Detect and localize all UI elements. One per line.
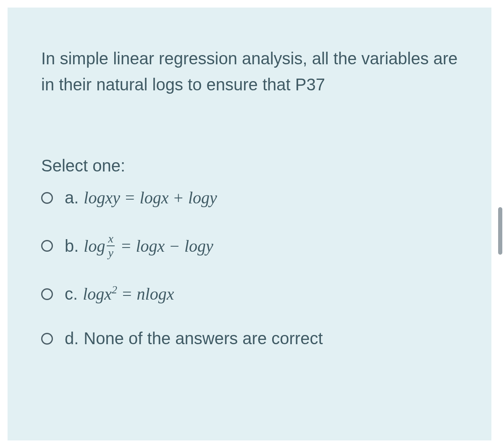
select-one-label: Select one: bbox=[41, 156, 458, 175]
option-d-text: None of the answers are correct bbox=[84, 329, 323, 348]
radio-icon[interactable] bbox=[41, 240, 53, 252]
option-a[interactable]: a. logxy = logx + logy bbox=[41, 188, 458, 208]
option-c-expression: logx2 = nlogx bbox=[83, 284, 174, 304]
option-letter: a. bbox=[65, 188, 79, 207]
option-letter: b. bbox=[65, 237, 79, 256]
scrollbar-thumb[interactable] bbox=[498, 207, 502, 255]
radio-icon[interactable] bbox=[41, 333, 53, 345]
option-c[interactable]: c. logx2 = nlogx bbox=[41, 284, 458, 304]
question-card: In simple linear regression analysis, al… bbox=[8, 8, 491, 440]
fraction-icon: x y bbox=[107, 233, 114, 259]
option-b[interactable]: b. log x y = logx − logy bbox=[41, 233, 458, 259]
option-letter: c. bbox=[65, 285, 78, 303]
option-d[interactable]: d. None of the answers are correct bbox=[41, 329, 458, 348]
option-a-expression: logxy = logx + logy bbox=[84, 188, 217, 208]
option-letter: d. bbox=[65, 329, 79, 348]
option-b-expression: log x y = logx − logy bbox=[84, 233, 213, 259]
radio-icon[interactable] bbox=[41, 288, 53, 300]
radio-icon[interactable] bbox=[41, 192, 53, 204]
question-text: In simple linear regression analysis, al… bbox=[41, 45, 458, 98]
